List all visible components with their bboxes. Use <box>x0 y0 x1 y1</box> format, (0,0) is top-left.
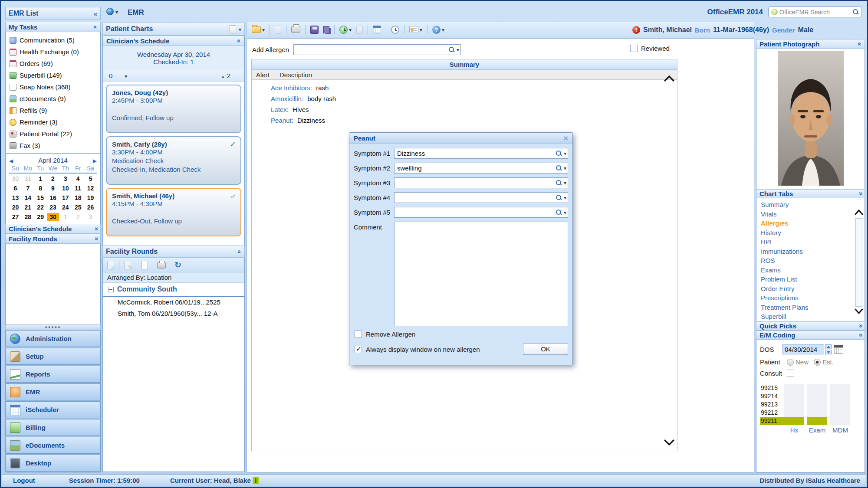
new-patient-radio[interactable] <box>787 359 794 366</box>
calendar-day[interactable]: 26 <box>84 203 97 212</box>
collapse-up-icon[interactable] <box>236 39 242 43</box>
chart-tab[interactable]: Allergies <box>761 219 865 228</box>
calendar-day[interactable]: 22 <box>34 203 47 212</box>
expand-down-icon[interactable] <box>856 324 863 328</box>
dos-input[interactable] <box>783 344 824 354</box>
symptom-input[interactable] <box>394 163 568 174</box>
calendar-day[interactable]: 30 <box>9 175 22 183</box>
quick-picks-header[interactable]: Quick Picks <box>756 321 865 331</box>
chart-tabs-header[interactable]: Chart Tabs <box>756 189 865 198</box>
always-display-checkbox[interactable] <box>355 346 362 353</box>
symptom-input[interactable] <box>394 192 568 203</box>
my-tasks-header[interactable]: My Tasks <box>5 22 101 32</box>
collapse-left-icon[interactable] <box>94 10 97 17</box>
calendar-day[interactable]: 2 <box>72 213 84 221</box>
calendar-day[interactable]: 29 <box>34 213 47 221</box>
facility-rounds-header[interactable]: Facility Rounds <box>102 246 245 258</box>
remove-allergen-checkbox[interactable] <box>355 331 362 338</box>
print-icon[interactable] <box>157 260 166 270</box>
calendar-day[interactable]: 12 <box>84 184 97 193</box>
scrollbar-track[interactable] <box>855 218 862 307</box>
chart-tab[interactable]: Summary <box>761 200 865 210</box>
collapse-up-icon[interactable] <box>236 250 243 253</box>
symptom-input[interactable] <box>394 207 568 218</box>
nav-button[interactable]: Administration <box>5 330 101 347</box>
help-button[interactable] <box>431 23 446 36</box>
em-column-exam[interactable] <box>807 384 827 425</box>
calendar-day[interactable]: 16 <box>47 194 59 202</box>
new-note-icon[interactable] <box>140 260 149 270</box>
appointment-card[interactable]: Smith, Carly (28y) 3:30PM - 4:00PM Medic… <box>106 136 241 185</box>
calendar-prev-icon[interactable] <box>9 157 13 164</box>
expand-down-icon[interactable] <box>856 333 863 337</box>
scroll-up-chevron[interactable] <box>855 210 863 216</box>
chart-tab[interactable]: Immunizations <box>761 247 865 256</box>
chart-tab[interactable]: ROS <box>761 256 865 265</box>
task-item[interactable]: Reminder (3) <box>6 116 100 128</box>
calendar-day[interactable]: 17 <box>59 194 72 202</box>
task-item[interactable]: Refills (9) <box>6 105 100 116</box>
calendar-day[interactable]: 27 <box>9 213 22 221</box>
chart-tab[interactable]: Problem List <box>761 275 865 284</box>
chart-tab[interactable]: Vitals <box>761 210 865 219</box>
stepper-down-icon[interactable] <box>825 350 832 354</box>
approve-note-icon[interactable] <box>106 260 115 270</box>
calendar-day[interactable]: 20 <box>9 203 22 212</box>
info-badge[interactable]: i <box>253 477 259 484</box>
new-document-button[interactable] <box>273 23 283 36</box>
print-button[interactable] <box>290 23 302 36</box>
nav-button[interactable]: iScheduler <box>5 401 101 418</box>
reviewed-checkbox[interactable] <box>630 45 638 52</box>
chevron-down-icon[interactable] <box>564 150 566 157</box>
expand-down-icon[interactable] <box>92 237 99 240</box>
calendar-day[interactable]: 11 <box>72 184 84 193</box>
task-item[interactable]: Fax (3) <box>6 140 100 151</box>
nav-button[interactable]: Desktop <box>5 455 101 472</box>
appointment-card[interactable]: Smith, Michael (46y) 4:15PM - 4:30PM Che… <box>106 188 241 236</box>
chevron-down-icon[interactable] <box>457 46 459 53</box>
task-item[interactable]: Communication (5) <box>6 34 100 46</box>
em-column-hx[interactable] <box>784 384 804 425</box>
dialog-titlebar[interactable]: Peanut <box>349 133 572 144</box>
em-code[interactable]: 99211 <box>760 417 784 425</box>
add-allergen-input[interactable] <box>293 44 461 55</box>
stepper-up-icon[interactable] <box>825 344 832 349</box>
calendar-day[interactable]: 8 <box>34 184 47 193</box>
chart-tab[interactable]: Exams <box>761 265 865 275</box>
chevron-down-icon[interactable] <box>564 164 566 171</box>
nav-button[interactable]: EMR <box>5 383 101 400</box>
patient-card-button[interactable] <box>408 23 424 36</box>
nav-button[interactable]: eDocuments <box>5 437 101 454</box>
em-column-mdm[interactable] <box>830 384 850 425</box>
allergy-row[interactable]: Amoxicillin body rash <box>271 93 677 104</box>
location-group-header[interactable]: Community South <box>103 283 244 297</box>
scroll-down-chevron[interactable] <box>664 439 675 447</box>
timer-button[interactable] <box>390 23 401 36</box>
ok-button[interactable]: OK <box>523 344 568 355</box>
allergy-row[interactable]: Latex Hives <box>271 104 677 115</box>
chevron-down-icon[interactable] <box>239 25 241 33</box>
calendar-day[interactable]: 28 <box>22 213 34 221</box>
chevron-down-icon[interactable] <box>564 179 566 186</box>
chevron-down-icon[interactable] <box>564 194 566 201</box>
search-icon[interactable] <box>556 194 562 201</box>
task-item[interactable]: Patient Portal (22) <box>6 128 100 140</box>
rounds-patient-row[interactable]: Smith, Tom 06/20/1960(53y... 12-A <box>103 308 244 319</box>
symptom-input[interactable] <box>394 177 568 188</box>
em-code[interactable]: 99214 <box>760 392 784 400</box>
em-code[interactable]: 99215 <box>760 384 784 392</box>
calendar-day[interactable]: 25 <box>72 203 84 212</box>
calendar-day[interactable]: 13 <box>9 194 22 202</box>
nav-button[interactable]: Setup <box>5 348 101 365</box>
search-icon[interactable] <box>556 150 562 157</box>
chevron-down-icon[interactable] <box>564 209 566 216</box>
dos-calendar-icon[interactable] <box>834 345 843 354</box>
search-input[interactable] <box>779 9 851 16</box>
expand-down-icon[interactable] <box>856 192 863 195</box>
task-item[interactable]: Health Exchange (0) <box>6 46 100 58</box>
splitter-handle[interactable]: ●●●●● <box>5 324 101 330</box>
refresh-icon[interactable] <box>174 260 183 270</box>
calendar-day[interactable]: 4 <box>72 175 84 183</box>
calendar-day[interactable]: 3 <box>84 213 97 221</box>
collapse-group-icon[interactable] <box>108 287 114 292</box>
